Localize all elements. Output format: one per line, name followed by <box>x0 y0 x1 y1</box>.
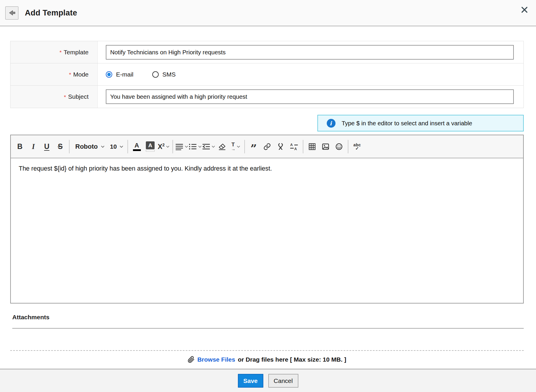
strikethrough-button[interactable]: S <box>53 138 67 155</box>
editor-toolbar: B I U S Roboto 10 <box>11 135 523 158</box>
toolbar-separator <box>303 140 303 153</box>
back-arrow-icon <box>8 9 16 17</box>
template-name-input[interactable] <box>106 45 514 60</box>
chevron-down-icon <box>185 145 188 148</box>
add-template-dialog: Add Template * Template * Mode <box>0 0 536 392</box>
mode-radio-group: E-mail SMS <box>106 71 176 78</box>
chevron-down-icon <box>237 145 240 148</box>
subject-label: * Subject <box>11 86 98 108</box>
blockquote-icon: ” <box>250 145 257 151</box>
insert-image-button[interactable] <box>319 138 332 155</box>
clear-format-button[interactable] <box>215 138 229 155</box>
underline-button[interactable]: U <box>40 138 53 155</box>
unlink-button[interactable] <box>274 138 287 155</box>
template-form: * Template * Mode E-mail <box>10 41 524 108</box>
bold-icon: B <box>17 142 23 151</box>
bullet-list-icon <box>189 143 197 150</box>
line-spacing-icon: A A <box>290 143 298 150</box>
chevron-down-icon <box>101 145 105 148</box>
required-asterisk: * <box>59 49 61 56</box>
rich-text-editor: B I U S Roboto 10 <box>10 135 524 303</box>
mode-label: * Mode <box>11 63 98 85</box>
svg-text:A: A <box>290 143 293 147</box>
upload-dashed-divider <box>10 350 524 351</box>
editor-content[interactable]: The request ${id} of high priority has b… <box>11 158 523 303</box>
toolbar-separator <box>127 140 128 153</box>
superscript-button[interactable]: X2 <box>157 138 170 155</box>
variable-hint-banner: i Type $ in the editor to select and ins… <box>317 115 524 131</box>
paperclip-icon <box>188 356 195 363</box>
cancel-button[interactable]: Cancel <box>268 374 298 388</box>
subject-row: * Subject <box>11 86 523 108</box>
mode-option-sms[interactable]: SMS <box>152 71 176 78</box>
font-color-button[interactable]: A <box>130 138 143 155</box>
superscript-icon: X2 <box>158 143 165 151</box>
mode-option-email[interactable]: E-mail <box>106 71 134 78</box>
template-row: * Template <box>11 41 523 63</box>
chevron-down-icon <box>212 145 215 148</box>
eraser-icon <box>218 143 226 150</box>
save-button[interactable]: Save <box>238 374 263 388</box>
link-icon <box>263 143 271 150</box>
italic-icon: I <box>32 143 35 151</box>
close-button[interactable] <box>521 6 528 14</box>
template-label: * Template <box>11 41 98 63</box>
upload-row: Browse Files or Drag files here [ Max si… <box>10 356 524 363</box>
align-button[interactable] <box>175 138 189 155</box>
emoji-icon <box>335 143 343 150</box>
toolbar-separator <box>69 140 70 153</box>
text-direction-icon: T → <box>231 142 235 151</box>
dialog-body: * Template * Mode E-mail <box>0 26 536 369</box>
insert-link-button[interactable] <box>260 138 274 155</box>
required-asterisk: * <box>69 72 71 78</box>
page-title: Add Template <box>25 8 77 18</box>
dialog-footer: Save Cancel <box>0 369 536 392</box>
required-asterisk: * <box>64 94 66 100</box>
bullet-list-button[interactable] <box>189 138 202 155</box>
insert-table-button[interactable] <box>305 138 319 155</box>
variable-hint-text: Type $ in the editor to select and inser… <box>342 120 472 127</box>
highlight-color-icon: A <box>146 141 155 152</box>
subject-input[interactable] <box>106 89 514 104</box>
text-direction-button[interactable]: T → <box>229 138 242 155</box>
blockquote-button[interactable]: ” <box>247 138 260 155</box>
info-icon: i <box>327 119 336 128</box>
chevron-down-icon <box>120 145 123 148</box>
font-color-icon: A <box>133 142 141 151</box>
radio-unselected-icon <box>152 71 159 78</box>
underline-icon: U <box>44 142 49 151</box>
toolbar-separator <box>172 140 173 153</box>
drag-files-text: or Drag files here [ Max size: 10 MB. ] <box>238 356 346 363</box>
back-button[interactable] <box>5 6 18 20</box>
radio-selected-icon <box>106 71 112 78</box>
strikethrough-icon: S <box>58 142 63 151</box>
editor-text: The request ${id} of high priority has b… <box>19 165 272 172</box>
attachments-divider <box>12 328 524 329</box>
image-icon <box>322 143 329 150</box>
mode-row: * Mode E-mail SMS <box>11 63 523 86</box>
browse-files-link[interactable]: Browse Files <box>197 356 235 363</box>
svg-text:A: A <box>294 147 297 150</box>
toolbar-separator <box>348 140 348 153</box>
font-family-select[interactable]: Roboto <box>72 138 107 155</box>
align-justify-icon <box>175 143 183 150</box>
highlight-color-button[interactable]: A <box>143 138 157 155</box>
toolbar-separator <box>244 140 245 153</box>
line-spacing-button[interactable]: A A <box>287 138 301 155</box>
bold-button[interactable]: B <box>13 138 27 155</box>
attachments-heading: Attachments <box>12 314 524 321</box>
indent-button[interactable] <box>202 138 215 155</box>
spellcheck-icon: abc ✓ <box>353 143 361 150</box>
chevron-down-icon <box>166 145 170 148</box>
font-size-select[interactable]: 10 <box>107 138 125 155</box>
outdent-icon <box>202 143 210 150</box>
table-icon <box>308 143 316 150</box>
emoji-button[interactable] <box>332 138 346 155</box>
chevron-down-icon <box>198 145 202 148</box>
unlink-icon <box>277 143 284 150</box>
spellcheck-button[interactable]: abc ✓ <box>350 138 364 155</box>
dialog-header: Add Template <box>0 0 536 26</box>
italic-button[interactable]: I <box>27 138 40 155</box>
close-icon <box>521 10 528 15</box>
